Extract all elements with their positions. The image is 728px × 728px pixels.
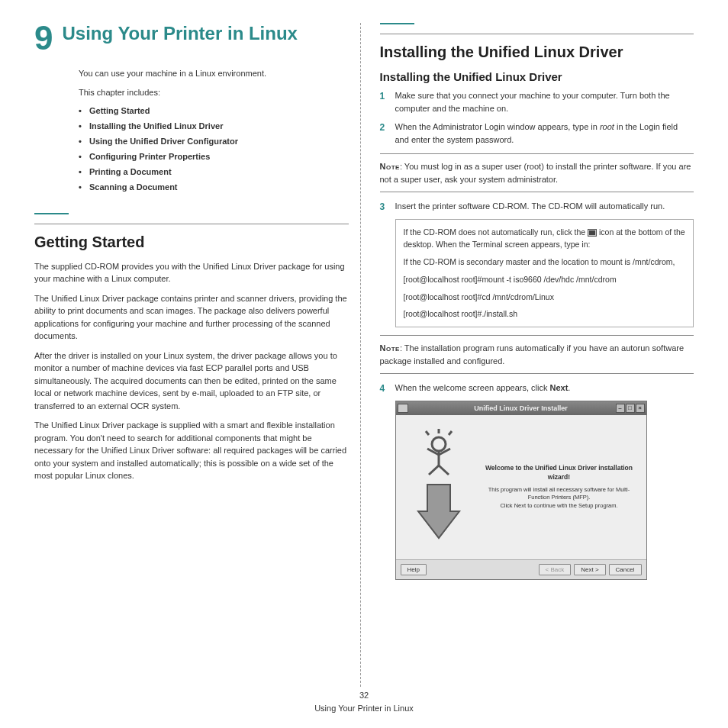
window-titlebar: Unified Linux Driver Installer – □ ×	[396, 401, 646, 415]
wizard-text-panel: Welcome to the Unified Linux Driver inst…	[477, 420, 642, 555]
wizard-graphic-panel	[401, 420, 477, 555]
box-text: If the CD-ROM is secondary master and th…	[404, 256, 686, 269]
left-column: 9 Using Your Printer in Linux You can us…	[34, 23, 360, 687]
divider	[34, 224, 349, 224]
svg-line-5	[439, 465, 449, 475]
step-item: 3Insert the printer software CD-ROM. The…	[380, 200, 694, 213]
window-controls: – □ ×	[616, 404, 645, 413]
back-button: < Back	[539, 564, 572, 575]
next-button[interactable]: Next >	[574, 564, 605, 575]
install-steps-cont2: 4 When the welcome screen appears, click…	[380, 382, 694, 395]
toc-item: Printing a Document	[79, 167, 349, 176]
footer-title: Using Your Printer in Linux	[0, 702, 728, 715]
page-footer: 32 Using Your Printer in Linux	[0, 689, 728, 714]
step-item: 2 When the Administrator Login window ap…	[380, 121, 694, 146]
paragraph: The supplied CD-ROM provides you with th…	[34, 260, 349, 285]
note-label: Note	[380, 343, 400, 353]
step-item: 4 When the welcome screen appears, click…	[380, 382, 694, 395]
section-heading-getting-started: Getting Started	[34, 234, 349, 251]
step-text: Insert the printer software CD-ROM. The …	[395, 201, 665, 211]
window-title: Unified Linux Driver Installer	[474, 404, 568, 412]
command-line: [root@localhost root]#cd /mnt/cdrom/Linu…	[404, 291, 686, 304]
close-icon: ×	[636, 404, 645, 413]
chapter-number: 9	[34, 23, 53, 53]
page-number: 32	[0, 689, 728, 702]
root-keyword: root	[600, 122, 614, 131]
box-text: If the CD-ROM does not automatically run…	[404, 226, 686, 252]
minimize-icon: –	[616, 404, 625, 413]
install-steps: 1Make sure that you connect your machine…	[380, 89, 694, 146]
welcome-desc: Click Next to continue with the Setup pr…	[500, 502, 617, 511]
note-text: : The installation program runs automati…	[380, 343, 685, 366]
subsection-heading: Installing the Unified Linux Driver	[380, 70, 694, 83]
svg-line-7	[449, 431, 452, 435]
toc-item: Scanning a Document	[79, 182, 349, 192]
wizard-button-bar: Help < Back Next > Cancel	[396, 559, 646, 579]
wizard-figure-icon	[412, 427, 465, 542]
step-text: When the welcome screen appears, click N…	[395, 383, 571, 392]
section-heading-installing: Installing the Unified Linux Driver	[380, 43, 694, 61]
maximize-icon: □	[626, 404, 635, 413]
toc-item: Configuring Printer Properties	[79, 152, 349, 161]
toc-item: Getting Started	[79, 106, 349, 115]
step-item: 1Make sure that you connect your machine…	[380, 89, 694, 114]
svg-point-0	[432, 437, 446, 451]
paragraph: After the driver is installed on your Li…	[34, 350, 349, 413]
intro-text: You can use your machine in a Linux envi…	[79, 67, 349, 80]
welcome-desc: This program will install all necessary …	[485, 486, 634, 502]
paragraph: The Unified Linux Driver package contain…	[34, 292, 349, 343]
getting-started-body: The supplied CD-ROM provides you with th…	[34, 260, 349, 482]
table-of-contents: Getting Started Installing the Unified L…	[79, 106, 349, 192]
install-steps-cont: 3Insert the printer software CD-ROM. The…	[380, 200, 694, 213]
note-label: Note	[380, 162, 400, 171]
step-text: When the Administrator Login window appe…	[395, 122, 678, 144]
step-text: Make sure that you connect your machine …	[395, 91, 670, 113]
divider	[380, 34, 694, 34]
help-button[interactable]: Help	[401, 564, 427, 575]
right-column: Installing the Unified Linux Driver Inst…	[360, 23, 694, 687]
section-rule	[34, 213, 69, 214]
section-rule	[380, 23, 414, 24]
terminal-instructions-box: If the CD-ROM does not automatically run…	[395, 219, 694, 328]
svg-line-6	[426, 431, 429, 435]
system-menu-icon	[398, 404, 408, 413]
note-box: Note: You must log in as a super user (r…	[380, 153, 694, 192]
chapter-title: Using Your Printer in Linux	[62, 23, 297, 45]
toc-item: Installing the Unified Linux Driver	[79, 121, 349, 130]
window-body: Welcome to the Unified Linux Driver inst…	[396, 415, 646, 559]
intro-block: You can use your machine in a Linux envi…	[79, 67, 349, 99]
note-text: : You must log in as a super user (root)…	[380, 162, 691, 184]
welcome-heading: Welcome to the Unified Linux Driver inst…	[485, 464, 634, 481]
svg-line-4	[429, 465, 439, 475]
cancel-button[interactable]: Cancel	[609, 564, 642, 575]
toc-item: Using the Unified Driver Configurator	[79, 137, 349, 146]
paragraph: The Unified Linux Driver package is supp…	[34, 419, 349, 482]
next-keyword: Next	[549, 383, 568, 392]
chapter-header: 9 Using Your Printer in Linux	[34, 23, 349, 53]
installer-screenshot: Unified Linux Driver Installer – □ ×	[395, 401, 647, 580]
command-line: [root@localhost root]#./install.sh	[404, 308, 686, 321]
terminal-icon	[588, 229, 597, 237]
command-line: [root@localhost root]#mount -t iso9660 /…	[404, 273, 686, 286]
intro-lead: This chapter includes:	[79, 86, 349, 99]
note-box: Note: The installation program runs auto…	[380, 335, 694, 374]
